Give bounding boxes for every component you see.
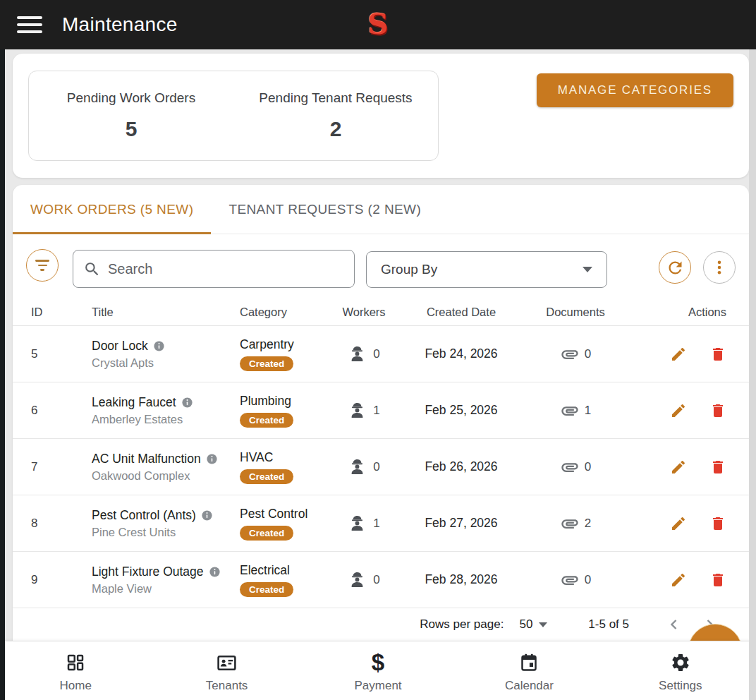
nav-label: Payment — [354, 679, 401, 693]
paperclip-icon — [560, 514, 580, 533]
nav-item-tenants[interactable]: Tenants — [151, 641, 302, 700]
delete-button[interactable] — [709, 402, 726, 419]
more-options-button[interactable] — [703, 251, 736, 284]
info-icon[interactable] — [153, 340, 165, 352]
chevron-down-icon — [539, 622, 547, 627]
screen-edge-strip — [0, 49, 5, 700]
edit-button[interactable] — [670, 346, 687, 363]
nav-item-home[interactable]: Home — [0, 641, 151, 700]
work-order-title: Leaking Faucet — [92, 395, 176, 410]
documents-count: 0 — [585, 460, 591, 474]
table-row[interactable]: 6 Leaking Faucet Amberley Estates Plumbi… — [13, 382, 749, 439]
table-row[interactable]: 7 AC Unit Malfunction Oakwood Complex HV… — [13, 439, 749, 495]
worker-icon — [348, 344, 367, 363]
paperclip-icon — [560, 570, 580, 590]
column-header-created-date: Created Date — [401, 306, 522, 319]
edit-button[interactable] — [670, 572, 687, 589]
edit-button[interactable] — [670, 402, 687, 419]
nav-item-payment[interactable]: $ Payment — [303, 641, 453, 700]
rows-per-page-label: Rows per page: — [420, 617, 504, 632]
group-by-select[interactable]: Group By — [366, 251, 607, 288]
tab-tenant-requests[interactable]: TENANT REQUESTS (2 NEW) — [211, 185, 439, 234]
summary-card: Pending Work Orders 5 Pending Tenant Req… — [13, 54, 749, 178]
workers-count: 0 — [373, 573, 379, 587]
workers-count: 1 — [373, 404, 379, 418]
nav-label: Tenants — [206, 679, 248, 693]
table-row[interactable]: 9 Light Fixture Outage Maple View Electr… — [13, 552, 749, 608]
column-header-title: Title — [78, 306, 227, 319]
search-icon — [83, 260, 101, 278]
filter-button[interactable] — [26, 249, 59, 282]
info-icon[interactable] — [209, 566, 221, 578]
work-order-title: Pest Control (Ants) — [92, 508, 196, 523]
gear-icon — [670, 651, 691, 674]
documents-count: 0 — [585, 573, 591, 587]
delete-button[interactable] — [709, 515, 726, 532]
info-icon[interactable] — [201, 509, 213, 521]
nav-item-calendar[interactable]: Calendar — [453, 641, 604, 700]
created-date: Feb 24, 2026 — [401, 346, 522, 361]
table-header-row: ID Title Category Workers Created Date D… — [13, 299, 749, 326]
work-order-property: Crystal Apts — [92, 356, 227, 370]
pagination-range: 1-5 of 5 — [588, 617, 629, 632]
dashboard-icon — [65, 651, 86, 674]
work-order-category: HVAC — [240, 450, 327, 465]
paperclip-icon — [560, 344, 580, 364]
work-order-property: Pine Crest Units — [92, 526, 227, 539]
work-orders-card: WORK ORDERS (5 NEW) TENANT REQUESTS (2 N… — [13, 185, 749, 641]
nav-label: Home — [60, 679, 92, 693]
search-input[interactable] — [108, 261, 334, 277]
delete-button[interactable] — [709, 572, 726, 589]
rows-per-page-select[interactable]: 50 — [519, 617, 547, 632]
created-date: Feb 28, 2026 — [401, 572, 522, 587]
worker-icon — [348, 457, 367, 476]
status-badge: Created — [240, 356, 293, 371]
info-icon[interactable] — [181, 397, 193, 409]
stat-value: 5 — [126, 117, 138, 141]
status-badge: Created — [240, 526, 293, 541]
workers-count: 0 — [373, 347, 379, 361]
documents-count: 1 — [585, 404, 591, 418]
tab-bar: WORK ORDERS (5 NEW) TENANT REQUESTS (2 N… — [13, 185, 749, 234]
workers-count: 0 — [373, 460, 379, 474]
previous-page-button[interactable] — [666, 616, 683, 633]
created-date: Feb 25, 2026 — [401, 403, 522, 418]
table-row[interactable]: 8 Pest Control (Ants) Pine Crest Units P… — [13, 495, 749, 552]
workers-count: 1 — [373, 517, 379, 531]
pagination-bar: Rows per page: 50 1-5 of 5 — [13, 608, 749, 641]
worker-icon — [348, 514, 367, 533]
stat-pending-tenant-requests: Pending Tenant Requests 2 — [233, 71, 438, 160]
nav-label: Settings — [659, 679, 702, 693]
refresh-button[interactable] — [659, 251, 691, 284]
column-header-id: ID — [13, 306, 78, 319]
refresh-icon — [666, 258, 685, 277]
work-orders-table-body: 5 Door Lock Crystal Apts Carpentry Creat… — [13, 326, 749, 608]
status-badge: Created — [240, 469, 293, 484]
group-by-label: Group By — [381, 262, 437, 277]
delete-button[interactable] — [709, 459, 726, 476]
hamburger-menu-icon[interactable] — [17, 15, 44, 35]
edit-button[interactable] — [670, 515, 687, 532]
column-header-category: Category — [227, 306, 327, 319]
bottom-nav: Home Tenants $ Payment — [0, 641, 756, 700]
app-bar: Maintenance S — [0, 0, 756, 49]
stat-label: Pending Work Orders — [67, 90, 195, 106]
work-order-property: Amberley Estates — [92, 413, 227, 426]
scrollbar-track[interactable] — [749, 49, 756, 700]
work-order-title: Light Fixture Outage — [92, 565, 204, 579]
manage-categories-button[interactable]: MANAGE CATEGORIES — [537, 73, 733, 107]
paperclip-icon — [560, 401, 580, 421]
info-icon[interactable] — [206, 453, 218, 465]
work-order-id: 8 — [13, 517, 78, 531]
nav-item-settings[interactable]: Settings — [605, 641, 756, 700]
documents-count: 0 — [585, 347, 591, 361]
delete-button[interactable] — [709, 346, 726, 363]
filter-icon — [35, 260, 49, 270]
rows-per-page-value: 50 — [519, 617, 532, 632]
edit-button[interactable] — [670, 459, 687, 476]
work-order-property: Maple View — [92, 582, 227, 596]
tab-work-orders[interactable]: WORK ORDERS (5 NEW) — [13, 185, 211, 234]
dollar-logo: S — [368, 7, 389, 40]
created-date: Feb 26, 2026 — [401, 459, 522, 474]
table-row[interactable]: 5 Door Lock Crystal Apts Carpentry Creat… — [13, 326, 749, 382]
